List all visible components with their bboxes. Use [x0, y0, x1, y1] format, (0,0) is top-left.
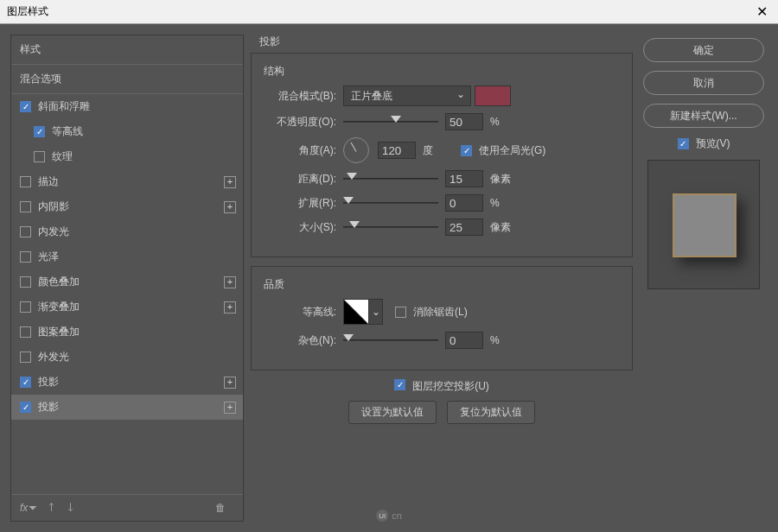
- knockout-label: 图层挖空投影(U): [412, 379, 489, 394]
- sidebar-item-label: 描边: [38, 174, 59, 189]
- titlebar: 图层样式 ✕: [0, 0, 778, 24]
- sidebar-item-label: 图案叠加: [38, 325, 80, 339]
- sidebar-item-8[interactable]: 渐变叠加+: [11, 294, 243, 320]
- sidebar-item-12[interactable]: 投影+: [11, 395, 243, 420]
- settings-panel: 投影 结构 混合模式(B): 正片叠底 不透明度(O): % 角度(A): 度 …: [244, 24, 640, 532]
- sidebar-item-4[interactable]: 内阴影+: [11, 194, 243, 219]
- sidebar-checkbox[interactable]: [20, 251, 31, 263]
- panel-title: 投影: [259, 35, 633, 49]
- global-light-label: 使用全局光(G): [479, 143, 545, 158]
- blend-mode-dropdown[interactable]: 正片叠底: [343, 86, 471, 106]
- antialias-label: 消除锯齿(L): [413, 305, 468, 320]
- plus-icon[interactable]: +: [224, 402, 236, 414]
- spread-slider[interactable]: [343, 195, 438, 211]
- sidebar-checkbox[interactable]: [20, 226, 31, 238]
- quality-title: 品质: [264, 277, 620, 292]
- sidebar-item-label: 投影: [38, 400, 59, 415]
- sidebar-item-label: 投影: [38, 375, 59, 390]
- global-light-checkbox[interactable]: [461, 145, 472, 156]
- angle-input[interactable]: [378, 142, 416, 159]
- sidebar-item-label: 内发光: [38, 225, 69, 239]
- distance-label: 距离(D):: [264, 172, 336, 187]
- size-slider[interactable]: [343, 219, 438, 235]
- sidebar-checkbox[interactable]: [20, 301, 31, 313]
- make-default-button[interactable]: 设置为默认值: [348, 401, 437, 424]
- sidebar-checkbox[interactable]: [20, 276, 31, 288]
- sidebar-item-label: 斜面和浮雕: [38, 99, 90, 114]
- sidebar-item-7[interactable]: 颜色叠加+: [11, 269, 243, 294]
- sidebar-item-9[interactable]: 图案叠加: [11, 320, 243, 345]
- fx-icon[interactable]: fx⏷: [20, 502, 38, 514]
- watermark: UI cn: [376, 510, 402, 522]
- sidebar-item-label: 光泽: [38, 250, 59, 264]
- structure-title: 结构: [264, 64, 620, 79]
- distance-input[interactable]: [445, 170, 483, 187]
- noise-input[interactable]: [445, 332, 483, 349]
- quality-group: 品质 等高线: ⌄ 消除锯齿(L) 杂色(N): %: [251, 266, 633, 370]
- sidebar-item-2[interactable]: 纹理: [11, 144, 243, 169]
- plus-icon[interactable]: +: [224, 201, 236, 213]
- spread-input[interactable]: [445, 194, 483, 212]
- sidebar-checkbox[interactable]: [20, 377, 31, 388]
- sidebar-checkbox[interactable]: [20, 402, 31, 413]
- sidebar-checkbox[interactable]: [34, 126, 45, 137]
- sidebar-checkbox[interactable]: [34, 151, 45, 162]
- trash-icon[interactable]: 🗑: [215, 502, 226, 514]
- sidebar-checkbox[interactable]: [20, 352, 31, 363]
- close-icon[interactable]: ✕: [753, 3, 771, 20]
- knockout-checkbox[interactable]: [394, 379, 405, 390]
- sidebar-checkbox[interactable]: [20, 201, 31, 212]
- sidebar-checkbox[interactable]: [20, 101, 31, 112]
- opacity-label: 不透明度(O):: [264, 115, 336, 130]
- ui-logo-icon: UI: [376, 510, 388, 522]
- preview-label: 预览(V): [696, 136, 730, 151]
- right-panel: 确定 取消 新建样式(W)... 预览(V): [640, 24, 778, 532]
- plus-icon[interactable]: +: [224, 276, 236, 288]
- arrow-up-icon[interactable]: 🡑: [47, 502, 57, 514]
- sidebar-item-label: 渐变叠加: [38, 300, 80, 314]
- sidebar-item-1[interactable]: 等高线: [11, 119, 243, 144]
- sidebar-item-0[interactable]: 斜面和浮雕: [11, 94, 243, 119]
- sidebar-item-label: 内阴影: [38, 200, 69, 214]
- sidebar-item-3[interactable]: 描边+: [11, 169, 243, 194]
- cancel-button[interactable]: 取消: [643, 71, 764, 95]
- sidebar-blend-header[interactable]: 混合选项: [11, 65, 243, 94]
- size-input[interactable]: [445, 218, 483, 236]
- reset-default-button[interactable]: 复位为默认值: [447, 401, 535, 424]
- sidebar-footer: fx⏷ 🡑 🡓 🗑: [11, 494, 243, 521]
- noise-label: 杂色(N):: [264, 333, 336, 348]
- sidebar-item-10[interactable]: 外发光: [11, 345, 243, 370]
- sidebar-checkbox[interactable]: [20, 326, 31, 338]
- opacity-input[interactable]: [445, 113, 483, 130]
- plus-icon[interactable]: +: [224, 176, 236, 188]
- noise-slider[interactable]: [343, 332, 438, 348]
- new-style-button[interactable]: 新建样式(W)...: [643, 104, 764, 128]
- sidebar-item-5[interactable]: 内发光: [11, 219, 243, 244]
- contour-preview[interactable]: [343, 299, 369, 325]
- arrow-down-icon[interactable]: 🡓: [66, 502, 76, 514]
- ok-button[interactable]: 确定: [643, 38, 764, 62]
- window-title: 图层样式: [7, 4, 753, 19]
- size-label: 大小(S):: [264, 220, 336, 235]
- preview-checkbox[interactable]: [678, 138, 689, 149]
- shadow-color-swatch[interactable]: [475, 86, 511, 106]
- plus-icon[interactable]: +: [224, 301, 236, 314]
- sidebar-item-11[interactable]: 投影+: [11, 370, 243, 395]
- sidebar-item-label: 颜色叠加: [38, 275, 80, 289]
- sidebar-item-label: 等高线: [52, 124, 83, 139]
- preview-thumbnail: [647, 160, 760, 289]
- sidebar-item-label: 纹理: [52, 149, 73, 164]
- antialias-checkbox[interactable]: [395, 307, 406, 318]
- angle-label: 角度(A):: [264, 143, 336, 158]
- angle-dial[interactable]: [343, 137, 369, 163]
- sidebar-styles-header[interactable]: 样式: [11, 35, 243, 65]
- opacity-slider[interactable]: [343, 114, 438, 130]
- plus-icon[interactable]: +: [224, 377, 236, 389]
- structure-group: 结构 混合模式(B): 正片叠底 不透明度(O): % 角度(A): 度 使用全…: [251, 53, 633, 257]
- spread-label: 扩展(R):: [264, 196, 336, 211]
- sidebar-checkbox[interactable]: [20, 176, 31, 187]
- sidebar-item-6[interactable]: 光泽: [11, 244, 243, 269]
- distance-slider[interactable]: [343, 171, 438, 187]
- sidebar-item-label: 外发光: [38, 350, 69, 364]
- contour-dropdown-icon[interactable]: ⌄: [369, 299, 383, 325]
